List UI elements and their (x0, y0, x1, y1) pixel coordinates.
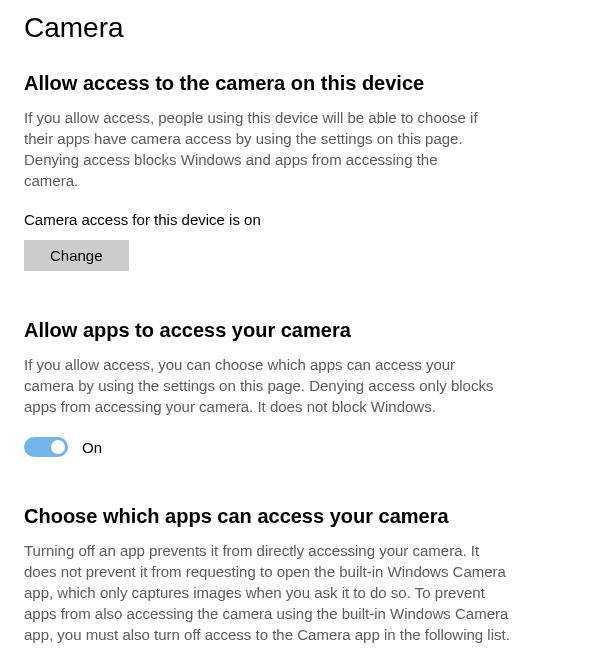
section-app-access: Allow apps to access your camera If you … (24, 319, 576, 457)
change-button[interactable]: Change (24, 240, 129, 271)
device-access-description: If you allow access, people using this d… (24, 107, 494, 191)
page-title: Camera (24, 12, 576, 44)
app-access-title: Allow apps to access your camera (24, 319, 576, 342)
section-choose-apps: Choose which apps can access your camera… (24, 505, 576, 645)
section-device-access: Allow access to the camera on this devic… (24, 72, 576, 271)
app-access-toggle-label: On (82, 439, 102, 456)
app-access-toggle-row: On (24, 437, 576, 457)
device-access-title: Allow access to the camera on this devic… (24, 72, 576, 95)
choose-apps-title: Choose which apps can access your camera (24, 505, 576, 528)
app-access-description: If you allow access, you can choose whic… (24, 354, 494, 417)
toggle-knob (51, 440, 65, 454)
device-access-status: Camera access for this device is on (24, 211, 576, 228)
app-access-toggle[interactable] (24, 437, 68, 457)
choose-apps-description: Turning off an app prevents it from dire… (24, 540, 514, 645)
